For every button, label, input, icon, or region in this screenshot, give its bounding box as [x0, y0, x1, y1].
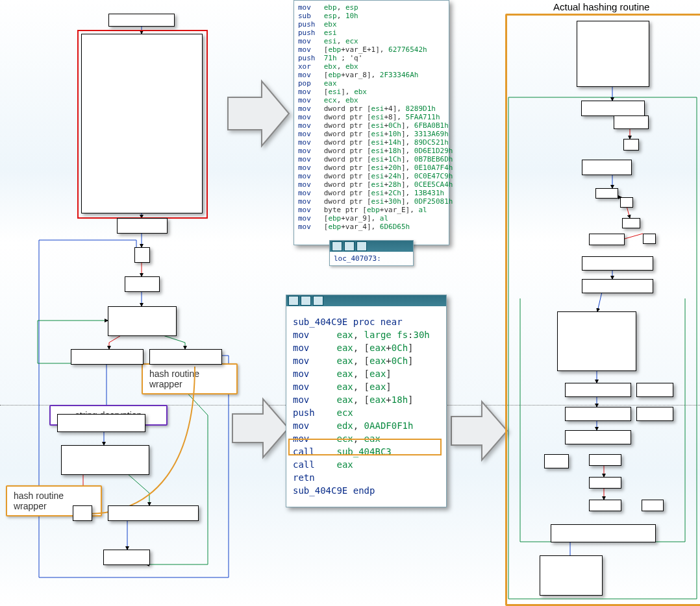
flow-node	[565, 407, 631, 421]
flow-node	[623, 139, 639, 151]
flow-node	[61, 445, 149, 475]
flow-node	[643, 234, 656, 244]
toolbar-icons	[286, 295, 446, 306]
flow-node	[595, 188, 618, 199]
flow-node	[134, 247, 150, 263]
flow-node	[73, 505, 92, 521]
flow-node	[589, 477, 621, 489]
flow-node	[636, 383, 673, 397]
flow-node	[108, 14, 175, 27]
disasm-top-body: mov ebp, esp sub esp, 10h push ebx push …	[294, 1, 449, 234]
flow-node	[108, 306, 177, 336]
disasm-panel-mid: sub_404C9E proc near mov eax, large fs:3…	[286, 295, 447, 507]
diagram-canvas: hash values hash routine wrapper string …	[0, 0, 700, 606]
flow-node	[581, 101, 645, 116]
flow-node	[117, 218, 168, 234]
mini-toolbar-icons	[330, 241, 413, 252]
flow-node	[71, 349, 144, 365]
flow-node	[565, 383, 631, 397]
actual-hashing-title: Actual hashing routine	[553, 1, 649, 12]
flow-node	[614, 115, 649, 129]
flow-node	[589, 234, 625, 245]
disasm-panel-top: mov ebp, esp sub esp, 10h push ebx push …	[294, 0, 449, 245]
flow-node	[582, 279, 653, 293]
flow-node	[125, 276, 160, 292]
disasm-mid-body: sub_404C9E proc near mov eax, large fs:3…	[286, 306, 446, 506]
flow-node	[577, 21, 649, 87]
loc-label: loc_407073:	[334, 254, 381, 263]
flow-node	[622, 218, 640, 228]
flow-node	[636, 407, 673, 421]
big-arrow-mid	[231, 396, 290, 461]
flow-node	[620, 197, 633, 208]
flow-node	[642, 500, 664, 511]
flow-node	[103, 550, 150, 565]
flow-node	[540, 555, 603, 596]
flow-node	[582, 256, 653, 271]
flow-node	[589, 500, 621, 511]
big-arrow-right	[449, 398, 509, 463]
flow-node	[582, 160, 632, 175]
flow-node	[57, 414, 145, 432]
flow-node	[551, 524, 656, 542]
flow-node	[557, 311, 636, 371]
flow-node	[149, 349, 222, 365]
flow-node	[589, 454, 621, 466]
big-arrow-top	[226, 78, 291, 149]
flow-node	[108, 505, 199, 521]
flow-node	[544, 454, 569, 468]
flow-node	[81, 34, 203, 213]
flow-node	[565, 430, 631, 444]
